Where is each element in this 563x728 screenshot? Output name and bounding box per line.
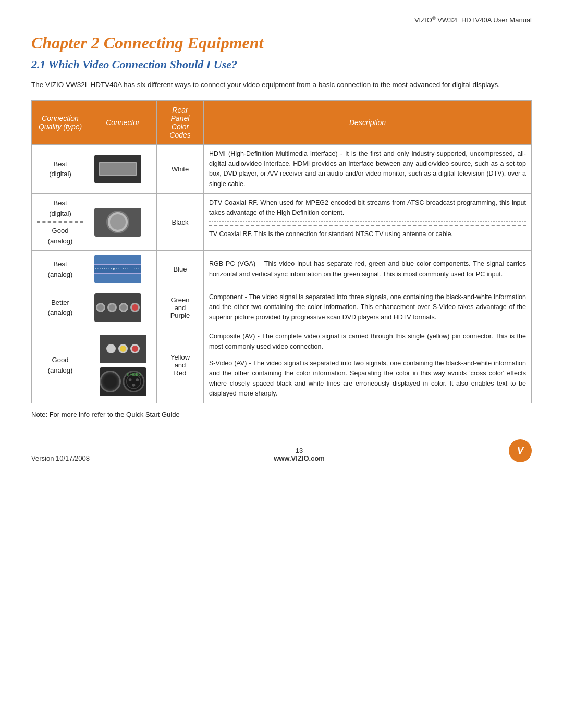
av-circle-1 xyxy=(106,344,116,353)
quality-cell-hdmi: Best(digital) xyxy=(32,144,89,194)
table-row: Best(digital) White HDMI (High-Definitio… xyxy=(32,144,532,194)
component-connector-img xyxy=(94,293,141,322)
comp-circle-4 xyxy=(130,303,140,312)
col-header-quality: ConnectionQuality (type) xyxy=(32,100,89,144)
connector-cell-vga xyxy=(89,251,157,288)
intro-text: The VIZIO VW32L HDTV40A has six differen… xyxy=(31,80,532,90)
logo-letter: V xyxy=(517,446,523,456)
color-cell-black: Black xyxy=(157,194,204,251)
table-row: Best(analog) xyxy=(32,251,532,288)
chapter-title: Chapter 2 Connecting Equipment xyxy=(31,33,532,53)
hdmi-connector-img xyxy=(94,155,141,183)
composite-connector-img xyxy=(100,335,146,363)
footer-website: www.VIZIO.com xyxy=(274,454,325,462)
av-circle-2 xyxy=(118,344,128,353)
color-cell-white: White xyxy=(157,144,204,194)
footer-version: Version 10/17/2008 xyxy=(31,454,90,462)
svg-point-4 xyxy=(132,384,135,387)
svideo-svg: S-VIDEO xyxy=(121,368,146,394)
svg-text:S-VIDEO: S-VIDEO xyxy=(126,373,141,377)
desc-cell-coax: DTV Coaxial RF. When used for MPEG2 enco… xyxy=(204,194,532,251)
connection-table: ConnectionQuality (type) Connector RearP… xyxy=(31,100,532,404)
col-header-description: Description xyxy=(204,100,532,144)
connector-cell-coax xyxy=(89,194,157,251)
comp-circle-2 xyxy=(107,303,117,312)
footer-bottom: Version 10/17/2008 13 www.VIZIO.com V xyxy=(31,439,532,462)
table-header-row: ConnectionQuality (type) Connector RearP… xyxy=(32,100,532,144)
color-cell-green-purple: GreenandPurple xyxy=(157,288,204,327)
quality-cell-good-analog: Good(analog) xyxy=(32,327,89,403)
desc-composite-top: Composite (AV) - The complete video sign… xyxy=(209,331,526,355)
comp-circle-3 xyxy=(119,303,128,312)
comp-circle-1 xyxy=(96,303,105,312)
top-right-header: VIZIO® VW32L HDTV40A User Manual xyxy=(31,16,532,24)
table-row: Better(analog) GreenandPurple Component … xyxy=(32,288,532,327)
desc-cell-component: Component - The video signal is separate… xyxy=(204,288,532,327)
table-row: Best(digital) Good(analog) Black DTV Coa… xyxy=(32,194,532,251)
connector-cell-composite-svideo: S-VIDEO xyxy=(89,327,157,403)
svideo-connector-img: S-VIDEO xyxy=(100,367,146,396)
av-circle-3 xyxy=(130,344,140,353)
connector-cell-component xyxy=(89,288,157,327)
vga-connector-img xyxy=(94,255,141,283)
col-header-connector: Connector xyxy=(89,100,157,144)
desc-cell-hdmi: HDMI (High-Definition Multimedia Interfa… xyxy=(204,144,532,194)
color-cell-yellow-red: YellowandRed xyxy=(157,327,204,403)
brand-name: VIZIO xyxy=(414,16,432,24)
combined-connector: S-VIDEO xyxy=(94,335,151,396)
svg-point-3 xyxy=(136,378,139,381)
quality-cell-vga: Best(analog) xyxy=(32,251,89,288)
connector-cell-hdmi xyxy=(89,144,157,194)
quality-cell-component: Better(analog) xyxy=(32,288,89,327)
vizio-logo: V xyxy=(509,439,532,462)
table-row: Good(analog) xyxy=(32,327,532,403)
col-header-color: RearPanelColorCodes xyxy=(157,100,204,144)
manual-title: VW32L HDTV40A User Manual xyxy=(436,16,532,24)
brand-sup: ® xyxy=(432,16,436,21)
desc-cell-vga: RGB PC (VGA) – This video input has sepa… xyxy=(204,251,532,288)
chapter-subtitle: 2.1 Which Video Connection Should I Use? xyxy=(31,58,532,71)
footer-center: 13 www.VIZIO.com xyxy=(90,447,509,462)
desc-svideo-bottom: S-Video (AV) - The video signal is separ… xyxy=(209,359,526,399)
desc-cell-composite-svideo: Composite (AV) - The complete video sign… xyxy=(204,327,532,403)
page-number: 13 xyxy=(90,447,509,454)
desc-coax-bottom: TV Coaxial RF. This is the connection fo… xyxy=(209,229,526,239)
footer-note: Note: For more info refer to the Quick S… xyxy=(31,411,532,418)
svg-point-2 xyxy=(128,378,131,381)
color-cell-blue: Blue xyxy=(157,251,204,288)
desc-coax-top: DTV Coaxial RF. When used for MPEG2 enco… xyxy=(209,198,526,222)
coax-connector-img xyxy=(94,208,141,237)
quality-cell-coax: Best(digital) Good(analog) xyxy=(32,194,89,251)
